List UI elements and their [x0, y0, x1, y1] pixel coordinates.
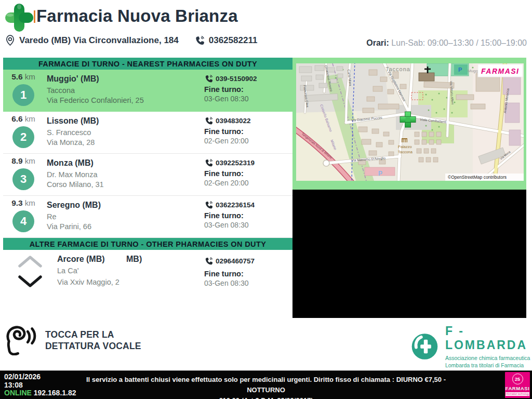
pharmacy-street: Via Xxiv Maggio, 2: [57, 276, 204, 288]
fine-turno-label: Fine turno:: [204, 169, 292, 178]
system-info: 02/01/2026 13:08 ONLINE 192.168.1.82: [4, 373, 76, 397]
pharmacy-city: Lissone (MB): [47, 116, 204, 126]
online-status: ONLINE: [4, 389, 32, 397]
pharmacy-city: Muggio' (MB): [47, 74, 204, 84]
flombarda-sub1: Associazione chimica farmaceutica: [445, 355, 532, 362]
flombarda-sub2: Lombarda tra titolari di Farmacia: [445, 362, 532, 369]
map-attribution: ©OpenStreetMap contributors: [445, 174, 524, 181]
fine-turno-value: 03-Gen 08:30: [204, 279, 292, 287]
pharmacy-name: Taccona: [47, 86, 204, 96]
opening-hours: Orari: Lun-Sab: 09:00–13:30 / 15:00–19:0…: [366, 38, 527, 48]
ip-address: 192.168.1.82: [34, 389, 76, 397]
pharmacy-name: Dr. Max Monza: [47, 170, 204, 180]
phone-icon: [204, 257, 213, 265]
distance-1: 5.6 km: [3, 72, 44, 82]
pharmacy-list-panel: FARMACIE DI TURNO - NEAREST PHARMACIES O…: [3, 58, 292, 300]
rank-badge-3: 3: [12, 168, 34, 190]
pharmacy-phone-number: 0296460757: [216, 257, 255, 265]
fine-turno-label: Fine turno:: [204, 85, 292, 94]
fine-turno-label: Fine turno:: [204, 270, 292, 278]
parking-icon: P: [378, 170, 382, 177]
header-divider: [34, 10, 35, 23]
map-brand-box: FARMASI: [478, 64, 523, 77]
hours-value: Lun-Sab: 09:00–13:30 / 15:00–19:00: [391, 38, 527, 47]
kiosk-screen: Farmacia Nuova Brianza Varedo (MB) Via C…: [0, 0, 532, 399]
pharmacy-city: Monza (MB): [47, 158, 204, 168]
header-contact-row: Varedo (MB) Via Circonvallazione, 184 03…: [5, 34, 257, 46]
pharmacy-row-1[interactable]: 5.6 km 1 Muggio' (MB) Taccona Via Federi…: [3, 70, 292, 112]
pharmacy-row-3[interactable]: 8.9 km 3 Monza (MB) Dr. Max Monza Corso …: [3, 154, 292, 196]
phone-icon: [204, 201, 213, 209]
farmasi-logo: 25 FARMASI Information technology: [505, 372, 530, 398]
pharmacy-street: Corso Milano, 31: [47, 180, 204, 190]
farmasi-name: FARMASI: [505, 385, 530, 391]
media-panel: [292, 190, 526, 318]
phone-icon: [204, 74, 213, 83]
map-label-palazzo-2: Taccona: [398, 150, 413, 154]
status-bar: 02/01/2026 13:08 ONLINE 192.168.1.82 Il …: [0, 370, 532, 399]
svg-text:©OpenStreetMap contributors: ©OpenStreetMap contributors: [448, 175, 507, 180]
page-title: Farmacia Nuova Brianza: [36, 6, 238, 26]
distance-3: 8.9 km: [3, 156, 44, 166]
flombarda-icon: [411, 330, 438, 363]
pharmacy-street: Via Monza, 28: [47, 138, 204, 148]
farmasi-map-logo: FARMASI: [481, 67, 520, 75]
palazzo-icon: [402, 138, 407, 142]
voice-label-line2: DETTATURA VOCALE: [45, 340, 141, 352]
map[interactable]: Taccona Via Guglielmo Marconi Carlo Marx…: [296, 63, 524, 181]
pharmacy-phone-number: 039-5150902: [216, 75, 257, 83]
ghost-text-artifact: MB): [126, 255, 142, 264]
pharmacy-row-2[interactable]: 6.6 km 2 Lissone (MB) S. Francesco Via M…: [3, 112, 292, 154]
farmasi-badge: 25: [512, 374, 523, 384]
scroll-up-button[interactable]: [18, 255, 42, 268]
map-label-palazzo-1: Palazzo: [398, 144, 412, 149]
phone-icon: [194, 35, 205, 46]
hours-label: Orari:: [366, 38, 389, 47]
fine-turno-label: Fine turno:: [204, 211, 292, 220]
nearest-banner: FARMACIE DI TURNO - NEAREST PHARMACIES O…: [3, 58, 292, 70]
parking-icon: P: [458, 66, 462, 73]
fine-turno-value: 02-Gen 20:00: [204, 179, 292, 187]
flombarda-name: F - LOMBARDA: [445, 324, 532, 352]
pharmacy-phone-number: 0362236154: [216, 201, 255, 209]
fine-turno-label: Fine turno:: [204, 127, 292, 136]
pharmacy-street: Via Federico Confalonieri, 25: [47, 96, 204, 105]
time: 13:08: [4, 381, 76, 390]
ear-icon: [5, 325, 38, 355]
fine-turno-value: 03-Gen 08:30: [204, 221, 292, 229]
pharmacy-phone: 0362582211: [209, 35, 258, 46]
fine-turno-value: 02-Gen 20:00: [204, 137, 292, 145]
pharmacy-name: Re: [47, 212, 204, 222]
distance-4: 9.3 km: [3, 198, 44, 208]
farmasi-sub: Information technology: [506, 392, 529, 396]
voice-dictation-button[interactable]: TOCCA PER LA DETTATURA VOCALE: [5, 325, 141, 355]
pharmacy-street: Via Parini, 66: [47, 222, 204, 232]
other-pharmacy-row[interactable]: Arcore (MB) MB) La Ca' Via Xxiv Maggio, …: [3, 250, 292, 300]
phone-icon: [204, 158, 213, 167]
rank-badge-4: 4: [12, 210, 34, 232]
pharmacy-address: Varedo (MB) Via Circonvallazione, 184: [19, 35, 179, 46]
phone-icon: [204, 116, 213, 125]
voice-label-line1: TOCCA PER LA: [45, 329, 141, 340]
pharmacy-city: Seregno (MB): [47, 201, 204, 210]
other-banner: ALTRE FARMACIE DI TURNO - OTHER PHARMACI…: [3, 238, 292, 250]
distance-2: 6.6 km: [3, 114, 44, 124]
pharmacy-name: S. Francesco: [47, 128, 204, 138]
pharmacy-cross-logo: [4, 3, 34, 33]
rank-badge-1: 1: [12, 84, 34, 106]
service-notice: Il servizio a battenti chiusi viene effe…: [78, 375, 454, 399]
pharmacy-phone-number: 039483022: [216, 117, 251, 125]
pharmacy-phone-number: 0392252319: [216, 159, 255, 167]
pharmacy-row-4[interactable]: 9.3 km 4 Seregno (MB) Re Via Parini, 66 …: [3, 196, 292, 238]
map-panel: Taccona Via Guglielmo Marconi Carlo Marx…: [292, 58, 526, 190]
pharmacy-name: La Ca': [57, 265, 204, 276]
scroll-down-button[interactable]: [18, 275, 42, 288]
date: 02/01/2026: [4, 373, 76, 381]
rank-badge-2: 2: [12, 126, 34, 148]
fine-turno-value: 03-Gen 08:30: [204, 95, 292, 103]
flombarda-logo: F - LOMBARDA Associazione chimica farmac…: [411, 324, 532, 369]
location-pin-icon: [5, 34, 15, 46]
